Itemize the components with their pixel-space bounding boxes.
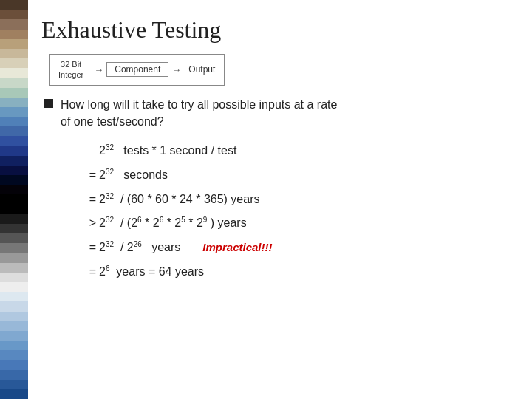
arrow-icon: → bbox=[94, 64, 103, 75]
bit-label: 32 Bit Integer bbox=[58, 59, 83, 81]
color-strip bbox=[0, 0, 28, 399]
arrow-icon-2: → bbox=[171, 64, 181, 75]
math-line-5: = 232 / 226 years Impractical!!! bbox=[80, 236, 511, 260]
bullet-section: How long will it take to try all possibl… bbox=[44, 96, 511, 130]
math-line-1: 232 tests * 1 second / test bbox=[80, 139, 511, 163]
math-line-2: = 232 seconds bbox=[80, 163, 511, 188]
page-title: Exhaustive Testing bbox=[41, 16, 511, 44]
math-line-3: = 232 / (60 * 60 * 24 * 365) years bbox=[80, 188, 511, 212]
output-label: Output bbox=[188, 64, 215, 75]
impractical-label: Impractical!!! bbox=[202, 236, 272, 259]
component-box: Component bbox=[106, 62, 168, 77]
math-line-6: = 26 years = 64 years bbox=[80, 260, 511, 284]
bullet-text: How long will it take to try all possibl… bbox=[61, 96, 337, 130]
math-line-4: > 232 / (26 * 26 * 25 * 29 ) years bbox=[80, 211, 511, 236]
main-content: Exhaustive Testing 32 Bit Integer → Comp… bbox=[28, 0, 532, 399]
bullet-icon bbox=[44, 99, 53, 108]
math-lines: 232 tests * 1 second / test = 232 second… bbox=[80, 139, 511, 284]
diagram-box: 32 Bit Integer → Component → Output bbox=[49, 54, 225, 86]
